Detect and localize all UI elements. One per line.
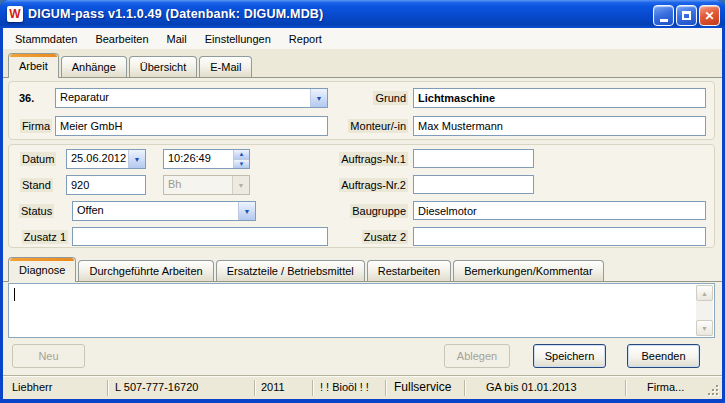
status-segment-serial: L 507-777-16720 (115, 381, 198, 393)
record-number-label: 36. (17, 91, 36, 105)
maximize-icon (682, 11, 691, 20)
zusatz1-field[interactable] (72, 227, 328, 246)
tab-arbeit[interactable]: Arbeit (8, 53, 59, 78)
grund-label: Grund (373, 91, 408, 105)
stand-label: Stand (20, 178, 53, 192)
chevron-down-icon: ▼ (239, 161, 245, 167)
status-segment-year: 2011 (261, 381, 285, 393)
tab-uebersicht[interactable]: Übersicht (129, 56, 197, 77)
dropdown-button[interactable]: ▼ (128, 150, 145, 168)
tab-restarbeiten[interactable]: Restarbeiten (367, 260, 451, 281)
tab-bemerkungen-kommentar[interactable]: Bemerkungen/Kommentar (453, 260, 603, 281)
scroll-up-button[interactable]: ▲ (696, 285, 713, 301)
chevron-down-icon: ▼ (244, 208, 251, 215)
status-divider (254, 380, 255, 396)
menu-item-report[interactable]: Report (280, 30, 331, 48)
chevron-down-icon: ▼ (701, 325, 708, 332)
status-divider (107, 380, 108, 396)
window-title: DIGUM-pass v1.1.0.49 (Datenbank: DIGUM.M… (28, 7, 323, 21)
chevron-down-icon: ▼ (316, 95, 323, 102)
titlebar[interactable]: W DIGUM-pass v1.1.0.49 (Datenbank: DIGUM… (0, 0, 725, 28)
dropdown-button[interactable]: ▼ (310, 89, 327, 107)
zeit-value: 10:26:49 (164, 150, 233, 168)
resize-grip[interactable] (707, 384, 720, 397)
ablegen-button[interactable]: Ablegen (444, 344, 510, 368)
datum-value: 25.06.2012 (67, 150, 128, 168)
datum-label: Datum (20, 152, 56, 166)
status-label: Status (19, 204, 54, 218)
scroll-down-button[interactable]: ▼ (696, 320, 713, 336)
detail-tabpage-border (3, 281, 722, 282)
baugruppe-label: Baugruppe (350, 204, 408, 218)
chevron-down-icon: ▼ (238, 182, 245, 189)
chevron-up-icon: ▲ (701, 290, 708, 297)
auftrag2-label: Auftrags-Nr.2 (339, 178, 408, 192)
status-divider (625, 380, 626, 396)
minimize-icon (660, 19, 668, 22)
auftrag2-field[interactable] (413, 175, 534, 194)
status-value: Offen (73, 202, 238, 220)
diagnose-textarea[interactable]: ▲ ▼ (8, 283, 715, 338)
chevron-down-icon: ▼ (134, 156, 141, 163)
firma-field[interactable] (55, 116, 328, 136)
menu-item-einstellungen[interactable]: Einstellungen (196, 30, 280, 48)
status-segment-service: Fullservice (394, 380, 451, 394)
baugruppe-field[interactable] (413, 201, 706, 220)
maximize-button[interactable] (676, 5, 697, 26)
menu-item-mail[interactable]: Mail (158, 30, 196, 48)
chevron-up-icon: ▲ (239, 151, 245, 157)
detail-tabstrip: Diagnose Durchgeführte Arbeiten Ersatzte… (3, 253, 722, 281)
stand-einheit-value: Bh (164, 176, 232, 194)
status-segment-machine: Liebherr (12, 381, 52, 393)
tab-email[interactable]: E-Mail (199, 56, 252, 77)
status-divider (312, 380, 313, 396)
datum-picker[interactable]: 25.06.2012 ▼ (66, 149, 146, 169)
zusatz1-label: Zusatz 1 (22, 230, 68, 244)
text-caret (14, 288, 15, 301)
neu-button[interactable]: Neu (12, 344, 85, 368)
close-icon: ✕ (704, 9, 714, 23)
menu-item-bearbeiten[interactable]: Bearbeiten (86, 30, 157, 48)
menubar: Stammdaten Bearbeiten Mail Einstellungen… (3, 28, 722, 49)
monteur-label: Monteur/-in (348, 119, 408, 133)
stand-einheit-combo: Bh ▼ (163, 175, 250, 195)
arbeitstyp-value: Reparatur (56, 89, 310, 107)
status-combo[interactable]: Offen ▼ (72, 201, 256, 221)
zusatz2-field[interactable] (413, 227, 706, 246)
spin-up-button[interactable]: ▲ (234, 150, 249, 159)
status-divider (464, 380, 465, 396)
status-segment-firma: Firma... (647, 381, 684, 393)
stand-field[interactable] (66, 175, 146, 195)
spin-down-button[interactable]: ▼ (234, 159, 249, 169)
dropdown-button: ▼ (232, 176, 249, 194)
arbeitstyp-combo[interactable]: Reparatur ▼ (55, 88, 328, 108)
tab-anhaenge[interactable]: Anhänge (61, 56, 127, 77)
zeit-spinner[interactable]: 10:26:49 ▲ ▼ (163, 149, 250, 169)
minimize-button[interactable] (653, 5, 674, 26)
statusbar: Liebherr L 507-777-16720 2011 ! ! Bioöl … (3, 377, 722, 399)
app-icon[interactable]: W (7, 6, 23, 22)
tab-durchgefuehrte-arbeiten[interactable]: Durchgeführte Arbeiten (78, 260, 213, 281)
status-segment-biooel: ! ! Bioöl ! ! (320, 381, 369, 393)
tab-diagnose[interactable]: Diagnose (8, 257, 76, 282)
vertical-scrollbar[interactable]: ▲ ▼ (696, 285, 713, 336)
app-window: W DIGUM-pass v1.1.0.49 (Datenbank: DIGUM… (0, 0, 725, 403)
auftrag1-label: Auftrags-Nr.1 (339, 152, 408, 166)
monteur-field[interactable] (413, 116, 706, 136)
zusatz2-label: Zusatz 2 (362, 230, 408, 244)
menu-item-stammdaten[interactable]: Stammdaten (6, 30, 86, 48)
status-divider (385, 380, 386, 396)
status-segment-ga: GA bis 01.01.2013 (486, 381, 577, 393)
grund-field[interactable] (413, 88, 706, 108)
speichern-button[interactable]: Speichern (533, 344, 606, 368)
auftrag1-field[interactable] (413, 149, 534, 168)
beenden-button[interactable]: Beenden (627, 344, 700, 368)
tab-ersatzteile-betriebsmittel[interactable]: Ersatzteile / Betriebsmittel (216, 260, 365, 281)
main-tabstrip: Arbeit Anhänge Übersicht E-Mail (3, 49, 722, 77)
firma-label: Firma (20, 119, 52, 133)
dropdown-button[interactable]: ▼ (238, 202, 255, 220)
close-button[interactable]: ✕ (699, 5, 720, 26)
